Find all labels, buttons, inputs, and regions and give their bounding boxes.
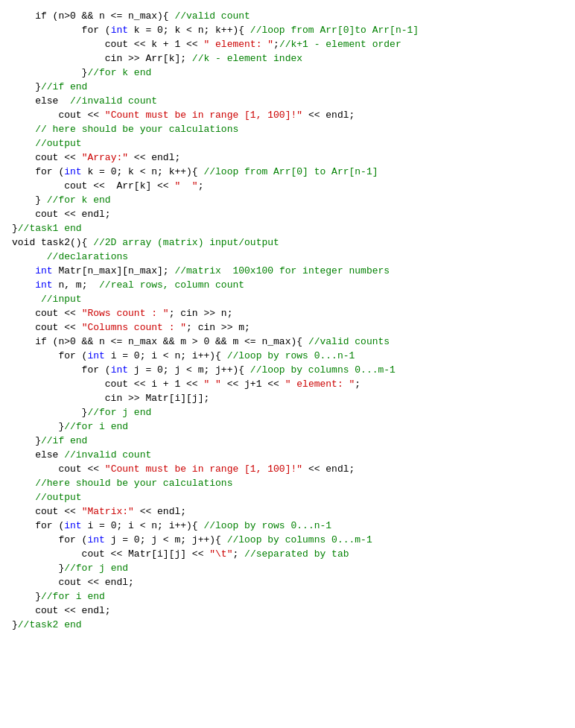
code-token: "Matrix:" [82,506,134,517]
code-line: cin >> Matr[i][j]; [12,391,563,405]
code-token: cout << endl; [12,605,111,616]
code-token: //loop by rows 0...n-1 [227,350,355,361]
code-token: for ( [12,166,64,177]
code-token: cout << i + 1 << [12,379,203,390]
code-token: //if end [41,435,87,446]
code-token: cout << [12,110,105,121]
code-token: ; [198,180,204,192]
code-token: n, m; [53,279,99,291]
code-line: cout << i + 1 << " " << j+1 << " element… [12,377,563,391]
code-token: "Columns count : " [82,322,186,333]
code-token: //loop by columns 0...m-1 [227,534,372,545]
code-token: "Rows count : " [82,308,169,319]
code-line: for (int i = 0; i < n; i++){ //loop by r… [12,349,563,363]
code-line: if (n>0 && n <= n_max && m > 0 && m <= n… [12,335,563,349]
code-token: } [12,194,47,206]
code-line: } //for k end [12,193,563,207]
code-token: } [12,421,64,432]
code-token [12,138,35,149]
code-line: cout << endl; [12,604,563,618]
code-token: j = 0; j < m; j++){ [128,364,250,376]
code-token: int [87,534,104,545]
code-token: } [12,591,41,602]
code-line: for (int i = 0; i < n; i++){ //loop by r… [12,519,563,533]
code-token: //task2 end [18,619,82,630]
code-line: }//if end [12,80,563,94]
code-line: cout << Matr[i][j] << "\t"; //separated … [12,547,563,561]
code-token: //input [41,294,82,305]
code-token: //for i end [41,591,105,602]
code-token: //valid counts [308,336,390,347]
code-token: //k - element index [192,53,302,64]
code-token: //2D array (matrix) input/output [93,237,279,248]
code-token: //real rows, column count [99,279,244,291]
code-token: j = 0; j < m; j++){ [105,534,227,545]
code-line: //output [12,136,563,151]
code-line: //input [12,292,563,306]
code-token: int [35,265,52,276]
code-token: "\t" [209,548,232,560]
code-token: //for j end [87,407,151,418]
code-line: void task2(){ //2D array (matrix) input/… [12,235,563,250]
code-token: "Count must be in range [1, 100]!" [105,110,302,121]
code-line: for (int j = 0; j < m; j++){ //loop by c… [12,363,563,377]
code-token: //if end [41,81,87,92]
code-token: "Array:" [82,152,128,163]
code-line: else //invalid count [12,94,563,108]
code-token: for ( [12,534,87,545]
code-token: cin >> Matr[i][j]; [12,393,209,404]
code-token: //invalid count [70,95,157,107]
code-token: cout << [12,463,105,475]
code-line: cout << "Array:" << endl; [12,151,563,165]
code-token [12,492,35,503]
code-token: //k+1 - element order [279,39,401,50]
code-token: if (n>0 && n <= n_max && m > 0 && m <= n… [12,336,308,347]
code-token: " " [203,379,220,390]
code-token: } [12,81,41,92]
code-line: }//for j end [12,561,563,575]
code-token: cout << [12,152,82,163]
code-token: for ( [12,350,87,361]
code-line: for (int k = 0; k < n; k++){ //loop from… [12,165,563,179]
code-token: //for i end [64,421,128,432]
code-token: k = 0; k < n; k++){ [82,166,204,177]
code-token: ; [232,548,244,560]
code-token: int [111,364,128,376]
code-token: cin >> Arr[k]; [12,53,192,64]
code-token: cout << endl; [12,209,111,220]
code-token [12,124,35,135]
code-token: } [12,619,18,630]
code-token: //loop by rows 0...n-1 [203,520,331,531]
code-token: //loop by columns 0...m-1 [250,364,395,376]
code-token: //for k end [47,194,111,206]
code-token: } [12,407,87,418]
code-token: //output [35,492,81,503]
code-line: for (int j = 0; j < m; j++){ //loop by c… [12,533,563,547]
code-token: //task1 end [18,223,82,234]
code-line: cout << "Count must be in range [1, 100]… [12,108,563,122]
code-line: }//for j end [12,405,563,420]
code-token: //for j end [64,563,128,574]
code-line: cout << "Count must be in range [1, 100]… [12,462,563,476]
code-token: for ( [12,364,111,376]
code-line: }//if end [12,434,563,448]
code-token: //matrix 100x100 for integer numbers [174,265,390,276]
code-token: Matr[n_max][n_max]; [53,265,175,276]
code-line: cout << "Rows count : "; cin >> n; [12,306,563,320]
code-token: // here should be your calculations [35,124,238,135]
code-token: k = 0; k < n; k++){ [128,25,250,36]
code-line: cin >> Arr[k]; //k - element index [12,51,563,66]
code-token [12,294,41,305]
code-token: int [87,350,104,361]
code-token [12,265,35,276]
code-token: else [12,95,70,107]
code-token: ; cin >> n; [169,308,233,319]
code-token: cout << [12,322,82,333]
code-token [12,279,35,291]
code-token: cout << [12,506,82,517]
code-token: cout << Matr[i][j] << [12,548,209,560]
code-token: //output [35,138,81,149]
code-line: if (n>0 && n <= n_max){ //valid count [12,9,563,23]
code-line: }//for k end [12,66,563,80]
code-line: }//task2 end [12,618,563,632]
